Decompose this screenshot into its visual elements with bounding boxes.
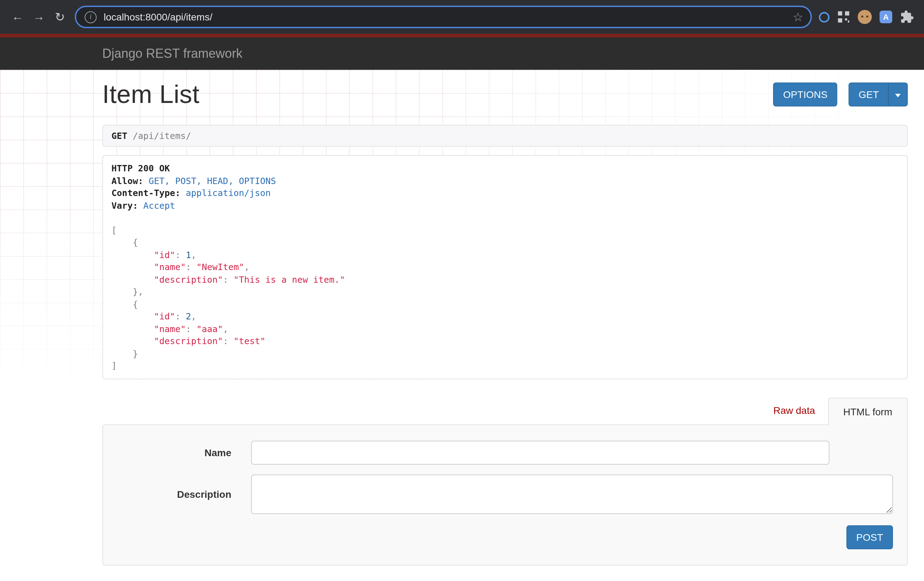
page-title: Item List bbox=[102, 80, 200, 109]
url-text[interactable]: localhost:8000/api/items/ bbox=[104, 11, 793, 23]
drf-brand-link[interactable]: Django REST framework bbox=[102, 46, 243, 61]
post-button[interactable]: POST bbox=[846, 525, 893, 549]
get-button-group: GET bbox=[848, 82, 908, 107]
toolbar-extensions: A bbox=[819, 10, 917, 24]
back-icon[interactable]: ← bbox=[7, 7, 28, 28]
tabs-row: Raw data HTML form bbox=[102, 397, 908, 424]
request-path: /api/items/ bbox=[133, 130, 191, 141]
circle-extension-icon[interactable] bbox=[819, 12, 830, 22]
site-info-icon[interactable]: i bbox=[85, 11, 97, 23]
profile-avatar-icon[interactable] bbox=[858, 10, 872, 24]
response-content: HTTP 200 OK Allow: GET, POST, HEAD, OPTI… bbox=[111, 162, 899, 372]
get-dropdown-caret[interactable] bbox=[889, 82, 908, 107]
name-input[interactable] bbox=[251, 440, 830, 464]
browser-toolbar: ← → ↻ i localhost:8000/api/items/ ☆ A bbox=[0, 0, 924, 34]
options-button[interactable]: OPTIONS bbox=[773, 82, 837, 107]
html-form-pane: Name Description POST bbox=[102, 424, 908, 565]
url-bar[interactable]: i localhost:8000/api/items/ ☆ bbox=[75, 6, 812, 28]
browser-window: ← → ↻ i localhost:8000/api/items/ ☆ A bbox=[0, 0, 924, 581]
bookmark-star-icon[interactable]: ☆ bbox=[793, 10, 804, 24]
extensions-puzzle-icon[interactable] bbox=[900, 10, 914, 24]
request-method: GET bbox=[111, 130, 127, 141]
page-body: Item List OPTIONS GET GET /api/items/ HT… bbox=[0, 70, 924, 581]
name-label: Name bbox=[117, 447, 251, 458]
reload-icon[interactable]: ↻ bbox=[50, 7, 71, 28]
forward-icon[interactable]: → bbox=[28, 7, 50, 28]
description-label: Description bbox=[117, 488, 251, 500]
tab-html-form[interactable]: HTML form bbox=[828, 397, 908, 425]
drf-navbar: Django REST framework bbox=[0, 37, 924, 70]
description-textarea[interactable] bbox=[251, 474, 893, 514]
request-line: GET /api/items/ bbox=[102, 125, 908, 146]
tab-raw-data[interactable]: Raw data bbox=[774, 404, 815, 416]
translate-extension-icon[interactable]: A bbox=[879, 11, 892, 23]
qr-extension-icon[interactable] bbox=[837, 11, 850, 23]
get-button[interactable]: GET bbox=[848, 82, 889, 107]
response-box: HTTP 200 OK Allow: GET, POST, HEAD, OPTI… bbox=[102, 155, 908, 379]
chevron-down-icon bbox=[895, 94, 901, 97]
theme-accent-strip bbox=[0, 34, 924, 37]
